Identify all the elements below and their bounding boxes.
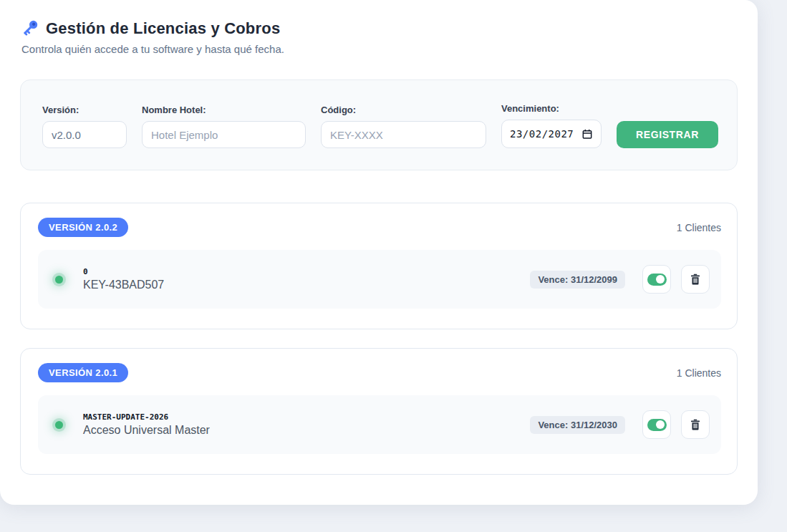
delete-license-button[interactable]: [681, 410, 710, 439]
hotel-name-label: Nombre Hotel:: [142, 105, 306, 115]
expiry-field-group: Vencimiento: 23/02/2027: [501, 103, 602, 148]
license-info: 0 KEY-43BAD507: [83, 267, 530, 291]
license-row: MASTER-UPDATE-2026 Acceso Universal Mast…: [38, 395, 721, 454]
toggle-on-icon: [647, 274, 667, 286]
code-input[interactable]: [321, 121, 486, 148]
delete-license-button[interactable]: [681, 265, 710, 294]
license-code: MASTER-UPDATE-2026: [83, 412, 530, 422]
group-header: VERSIÓN 2.0.2 1 Clientes: [38, 218, 721, 237]
license-info: MASTER-UPDATE-2026 Acceso Universal Mast…: [83, 412, 530, 437]
code-field-group: Código:: [321, 105, 486, 148]
expiry-badge: Vence: 31/12/2099: [530, 271, 625, 289]
toggle-active-button[interactable]: [642, 410, 671, 439]
version-badge: VERSIÓN 2.0.1: [38, 363, 128, 382]
version-badge: VERSIÓN 2.0.2: [38, 218, 128, 237]
register-button[interactable]: REGISTRAR: [617, 121, 718, 148]
status-dot: [55, 276, 63, 284]
key-icon: [20, 19, 39, 38]
group-header: VERSIÓN 2.0.1 1 Clientes: [38, 363, 721, 382]
toggle-active-button[interactable]: [642, 265, 671, 294]
license-register-form: Versión: Nombre Hotel: Código: Vencimien…: [20, 79, 738, 170]
hotel-field-group: Nombre Hotel:: [142, 105, 306, 148]
expiry-date-input[interactable]: 23/02/2027: [501, 120, 602, 148]
trash-icon: [689, 418, 702, 431]
trash-icon: [689, 273, 702, 286]
page-header: Gestión de Licencias y Cobros: [20, 19, 738, 38]
hotel-name-input[interactable]: [142, 121, 306, 148]
clients-count: 1 Clientes: [677, 367, 721, 379]
license-code: 0: [83, 267, 530, 276]
clients-count: 1 Clientes: [677, 222, 721, 233]
main-panel: Gestión de Licencias y Cobros Controla q…: [0, 0, 758, 505]
version-input[interactable]: [42, 121, 127, 148]
license-name: Acceso Universal Master: [83, 424, 530, 437]
license-row: 0 KEY-43BAD507 Vence: 31/12/2099: [38, 250, 721, 309]
version-group-card: VERSIÓN 2.0.2 1 Clientes 0 KEY-43BAD507 …: [20, 203, 738, 329]
expiry-date-value: 23/02/2027: [510, 128, 574, 140]
content-container: Gestión de Licencias y Cobros Controla q…: [0, 0, 758, 475]
page-subtitle: Controla quién accede a tu software y ha…: [21, 43, 738, 55]
code-label: Código:: [321, 105, 486, 115]
expiry-label: Vencimiento:: [501, 103, 602, 114]
version-label: Versión:: [42, 105, 127, 115]
status-dot: [55, 421, 63, 429]
page-title: Gestión de Licencias y Cobros: [46, 19, 280, 38]
license-name: KEY-43BAD507: [83, 279, 530, 291]
toggle-on-icon: [647, 419, 667, 431]
expiry-badge: Vence: 31/12/2030: [530, 416, 625, 434]
calendar-icon[interactable]: [581, 128, 593, 140]
version-group-card: VERSIÓN 2.0.1 1 Clientes MASTER-UPDATE-2…: [20, 348, 738, 475]
version-field-group: Versión:: [42, 105, 127, 148]
